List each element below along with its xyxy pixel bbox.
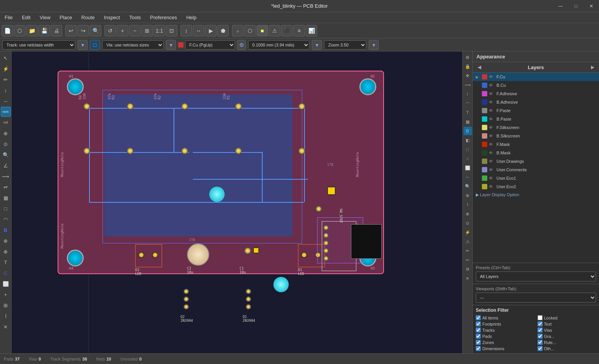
rmt-net[interactable]: ⚡: [463, 228, 472, 237]
rmt-image[interactable]: ⬜: [463, 164, 472, 172]
layer-eye-bcu[interactable]: 👁: [489, 83, 495, 88]
footprint-add-tool[interactable]: +: [1, 290, 11, 299]
drc-button[interactable]: ⚠: [269, 25, 280, 36]
layer-b-tool[interactable]: B: [1, 225, 11, 235]
length-tool[interactable]: ↔: [1, 96, 11, 106]
rmt-via[interactable]: ⊙: [463, 219, 472, 227]
board-setup-button[interactable]: ⬟: [217, 25, 229, 36]
pcb-wizard-button[interactable]: ⬡: [14, 25, 25, 36]
zoom-100-button[interactable]: 1:1: [154, 25, 165, 36]
inspect-tool[interactable]: 🔍: [1, 150, 11, 160]
layer-row-bmask[interactable]: 👁 B.Mask: [473, 149, 599, 157]
rmt-circle[interactable]: ○: [463, 154, 472, 163]
layer-row-fadhesive[interactable]: 👁 F.Adhesive: [473, 89, 599, 98]
layer-row-fcu[interactable]: ▶ 👁 F.Cu: [473, 73, 599, 81]
filter-footprints-check[interactable]: [476, 321, 481, 326]
zoom-sel-button[interactable]: ⊡: [166, 25, 177, 36]
ratsnest-button[interactable]: ↕: [180, 25, 192, 36]
presets-select[interactable]: All Layers Front Only Back Only Inner La…: [476, 271, 596, 281]
measure-tool[interactable]: ↕: [1, 85, 11, 95]
edit-tool[interactable]: ✏: [1, 74, 11, 84]
grid-dropdown[interactable]: ▾: [312, 40, 322, 50]
rmt-settings[interactable]: ⚙: [463, 265, 472, 273]
print-button[interactable]: 🖨: [51, 25, 62, 36]
footprint-button[interactable]: ⬡: [244, 25, 256, 36]
zoom-dropdown[interactable]: ▾: [369, 40, 379, 50]
menu-route[interactable]: Route: [77, 12, 99, 23]
new-button[interactable]: 📄: [2, 25, 13, 36]
layer-row-fmask[interactable]: 👁 F.Mask: [473, 140, 599, 149]
filter-other-check[interactable]: [538, 346, 543, 351]
pad-tool[interactable]: ⊕: [1, 247, 11, 256]
close-button[interactable]: ✕: [584, 0, 599, 12]
rmt-route[interactable]: ⟿: [463, 81, 472, 89]
rmt-diagonal[interactable]: ◧: [463, 136, 472, 144]
layer-eye-bsilk[interactable]: 👁: [489, 134, 495, 138]
pcb-board[interactable]: H1 H2 H4 H3 MountingHole MountingHole Mo…: [58, 71, 384, 274]
layer-row-fpaste[interactable]: 👁 F.Paste: [473, 106, 599, 115]
fill-tool[interactable]: ▦: [1, 193, 11, 203]
menu-tools[interactable]: Tools: [124, 12, 145, 23]
pcb3d-button[interactable]: ⬛: [281, 25, 293, 36]
plot-button[interactable]: 📊: [306, 25, 317, 36]
layer-eye-fsilk[interactable]: 👁: [489, 125, 495, 130]
zoom-in-button[interactable]: +: [117, 25, 128, 36]
layer-eye-bmask[interactable]: 👁: [489, 151, 495, 155]
connect-tool[interactable]: ⌇: [1, 311, 11, 321]
select-tool[interactable]: ↖: [1, 53, 11, 63]
open-button[interactable]: 📁: [26, 25, 38, 36]
maximize-button[interactable]: □: [568, 0, 584, 12]
layer-row-bpaste[interactable]: 👁 B.Paste: [473, 115, 599, 123]
layer-row-userdrawings[interactable]: 👁 User.Drawings: [473, 157, 599, 165]
rmt-arc[interactable]: ◠: [463, 99, 472, 108]
layer-eye-bpaste[interactable]: 👁: [489, 117, 495, 121]
active-layer-select[interactable]: F.Cu (PgUp): [185, 40, 235, 50]
redo-button[interactable]: ↪: [78, 25, 89, 36]
layers-prev-button[interactable]: ◀: [476, 64, 483, 71]
route-tool[interactable]: ⟿: [1, 171, 11, 181]
diff-pair-tool[interactable]: ⇌: [1, 182, 11, 192]
canvas-area[interactable]: H1 H2 H4 H3 MountingHole MountingHole Mo…: [12, 51, 472, 353]
rmt-ref[interactable]: ⊗: [463, 191, 472, 200]
highlight-tool[interactable]: ⚡: [1, 64, 11, 74]
rmt-edit[interactable]: ✏: [463, 247, 472, 255]
snap-tool[interactable]: ⊙: [1, 139, 11, 149]
filter-vias-check[interactable]: [538, 328, 543, 333]
arc-tool[interactable]: ◠: [1, 214, 11, 224]
push-button[interactable]: ▶: [205, 25, 217, 36]
via-tool[interactable]: ⊗: [1, 236, 11, 246]
grid-size-select[interactable]: 0.1000 mm (3.94 mils): [248, 40, 309, 50]
unit-mil-toggle[interactable]: mil: [1, 117, 11, 127]
layer-row-fsilkscreen[interactable]: 👁 F.Silkscreen: [473, 123, 599, 132]
active-layer-indicator[interactable]: □: [90, 40, 100, 50]
rmt-drc[interactable]: ⚠: [463, 237, 472, 246]
save-button[interactable]: 💾: [38, 25, 50, 36]
copper-text-tool[interactable]: C: [1, 268, 11, 278]
filter-graphics-check[interactable]: [538, 334, 543, 339]
unit-mm-toggle[interactable]: mm: [1, 107, 11, 117]
angle-tool[interactable]: ∠: [1, 160, 11, 170]
layer-row-bsilkscreen[interactable]: 👁 B.Silkscreen: [473, 132, 599, 140]
rmt-move[interactable]: ✥: [463, 71, 472, 80]
board-outline-tool[interactable]: ⊞: [1, 300, 11, 310]
layer-row-usereco1[interactable]: 👁 User.Eco1: [473, 174, 599, 182]
rmt-cut[interactable]: ✂: [463, 256, 472, 264]
layer-eye-fmask[interactable]: 👁: [489, 142, 495, 147]
layer-eye-fadhesive[interactable]: 👁: [489, 91, 495, 96]
menu-help[interactable]: Help: [182, 12, 201, 23]
filter-tracks-check[interactable]: [476, 328, 481, 333]
fill-button[interactable]: ■: [256, 25, 268, 36]
menu-file[interactable]: File: [0, 12, 17, 23]
layer-settings-button[interactable]: ⚙: [237, 40, 246, 50]
layer-eye-usereco2[interactable]: 👁: [489, 184, 495, 189]
layer-row-usercomments[interactable]: 👁 User.Comments: [473, 165, 599, 174]
netlist-button[interactable]: ⬦: [232, 25, 243, 36]
layers-next-button[interactable]: ▶: [589, 64, 596, 71]
minimize-button[interactable]: —: [553, 0, 568, 12]
delete-tool[interactable]: ✕: [1, 322, 11, 332]
layer-eye-badhesive[interactable]: 👁: [489, 100, 495, 104]
viewports-select[interactable]: ---: [476, 293, 596, 303]
rmt-grid[interactable]: ⊞: [463, 53, 472, 61]
filter-dimensions-check[interactable]: [476, 346, 481, 351]
cursor-tool[interactable]: ⊕: [1, 128, 11, 138]
